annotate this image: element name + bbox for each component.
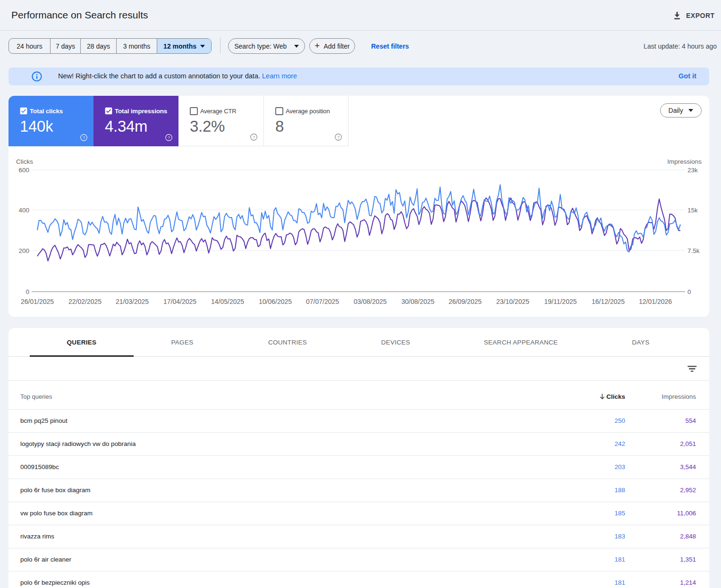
- svg-text:07/07/2025: 07/07/2025: [306, 298, 339, 305]
- svg-text:03/08/2025: 03/08/2025: [354, 298, 387, 305]
- svg-text:30/08/2025: 30/08/2025: [401, 298, 434, 305]
- svg-text:0: 0: [25, 288, 29, 295]
- svg-text:7.5k: 7.5k: [687, 247, 700, 254]
- svg-text:26/09/2025: 26/09/2025: [449, 298, 482, 305]
- svg-text:26/01/2025: 26/01/2025: [21, 298, 54, 305]
- svg-text:23k: 23k: [687, 167, 698, 174]
- svg-text:19/11/2025: 19/11/2025: [544, 298, 577, 305]
- svg-text:23/10/2025: 23/10/2025: [496, 298, 529, 305]
- svg-text:14/05/2025: 14/05/2025: [211, 298, 244, 305]
- svg-text:Clicks: Clicks: [16, 158, 33, 165]
- svg-text:22/02/2025: 22/02/2025: [68, 298, 102, 305]
- svg-text:400: 400: [18, 207, 29, 214]
- svg-text:0: 0: [687, 288, 691, 295]
- svg-text:600: 600: [18, 167, 29, 174]
- svg-text:Impressions: Impressions: [667, 158, 702, 165]
- svg-text:16/12/2025: 16/12/2025: [592, 298, 625, 305]
- svg-text:10/06/2025: 10/06/2025: [259, 298, 292, 305]
- svg-text:17/04/2025: 17/04/2025: [163, 298, 196, 305]
- svg-text:200: 200: [18, 247, 29, 254]
- svg-text:21/03/2025: 21/03/2025: [116, 298, 149, 305]
- svg-text:12/01/2026: 12/01/2026: [639, 298, 672, 305]
- svg-text:15k: 15k: [687, 207, 698, 214]
